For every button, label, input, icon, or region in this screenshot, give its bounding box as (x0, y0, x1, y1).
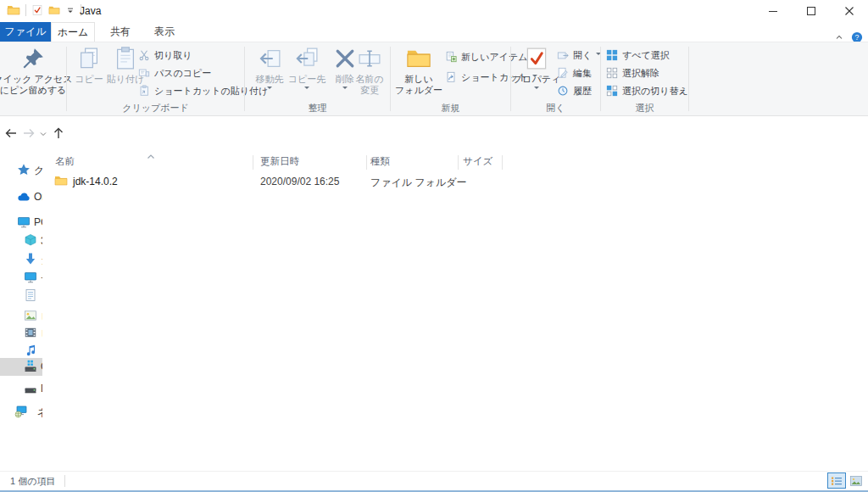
open-group-label: 開く (511, 102, 600, 115)
tab-home[interactable]: ホーム (51, 22, 95, 42)
edit-button[interactable]: 編集 (557, 67, 601, 79)
move-to-button[interactable]: 移動先 (252, 46, 287, 92)
tab-view[interactable]: 表示 (144, 22, 185, 42)
navigation-bar: › PC › OS (C:) › Program Files › Java › (0, 116, 868, 150)
sidebar-item-documents[interactable]: ドキュメント (0, 287, 42, 305)
sidebar-item-videos[interactable]: ビデオ (0, 324, 42, 342)
new-folder-button[interactable]: 新しい フォルダー (397, 46, 441, 96)
properties-button[interactable]: プロパティ (518, 46, 555, 92)
column-divider (366, 155, 367, 170)
history-label: 履歴 (573, 85, 592, 98)
new-folder-label-line1: 新しい (404, 74, 433, 85)
rename-icon (357, 46, 382, 71)
sidebar-item-desktop[interactable]: デスクトップ (0, 269, 42, 287)
thumbnails-view-button[interactable] (847, 472, 865, 489)
history-icon (557, 85, 569, 97)
forward-icon[interactable] (22, 126, 36, 140)
up-icon[interactable] (52, 126, 65, 140)
select-group-label: 選択 (601, 102, 688, 115)
select-none-button[interactable]: 選択解除 (606, 67, 688, 79)
picture-icon (24, 309, 37, 322)
sidebar-item-network[interactable]: ネットワーク (0, 403, 42, 421)
status-divider (64, 475, 65, 487)
select-all-icon (606, 49, 618, 61)
star-icon (17, 163, 31, 176)
document-icon (24, 288, 37, 302)
dropdown-caret-icon (342, 87, 348, 92)
details-view-button[interactable] (827, 472, 846, 489)
sidebar-item-music[interactable]: ミュージック (0, 342, 42, 360)
qat-customize-dropdown-icon[interactable] (65, 5, 75, 15)
tab-share[interactable]: 共有 (100, 22, 141, 42)
music-icon (24, 344, 37, 357)
scissors-icon (138, 49, 150, 61)
sidebar-item-3d-objects[interactable]: 3D オブジェクト (0, 232, 42, 249)
copy-path-label: パスのコピー (154, 67, 211, 80)
pin-to-quick-access-button[interactable]: クイック アクセス にピン留めする (2, 46, 64, 96)
move-to-icon (257, 46, 282, 71)
properties-label: プロパティ (513, 74, 560, 85)
sidebar-item-os-c[interactable]: OS (C:) (0, 358, 42, 376)
column-header-type[interactable]: 種類 (370, 155, 390, 168)
sidebar-item-pictures[interactable]: ピクチャ (0, 307, 42, 325)
new-folder-icon (406, 46, 431, 71)
group-open: プロパティ 開く 編集 履歴 開く (511, 42, 600, 115)
rename-button[interactable]: 名前の 変更 (350, 46, 389, 96)
sidebar-item-quick-access[interactable]: クイック アクセス (0, 161, 42, 179)
organize-group-label: 整理 (245, 102, 390, 115)
tab-file[interactable]: ファイル (0, 22, 51, 42)
pushpin-icon (20, 46, 46, 71)
column-header-modified[interactable]: 更新日時 (260, 155, 299, 168)
quick-access-toolbar (7, 3, 81, 17)
copy-to-label: コピー先 (288, 74, 326, 85)
column-divider (253, 155, 253, 170)
open-button[interactable]: 開く (557, 49, 601, 61)
column-header-name[interactable]: 名前 (55, 155, 75, 168)
edit-icon (557, 67, 569, 79)
back-icon[interactable] (4, 126, 18, 140)
video-icon (24, 326, 37, 339)
maximize-button[interactable] (792, 0, 830, 22)
open-label: 開く (573, 49, 592, 62)
title-bar: Java (0, 0, 868, 22)
dropdown-caret-icon (304, 87, 309, 92)
maximize-icon (804, 4, 818, 18)
qat-properties-icon[interactable] (31, 4, 43, 16)
group-new: 新しい フォルダー 新しいアイテム ショートカット 新規 (391, 42, 510, 115)
select-all-button[interactable]: すべて選択 (606, 49, 688, 61)
qat-new-folder-icon[interactable] (48, 4, 60, 16)
column-header-size[interactable]: サイズ (463, 155, 492, 168)
sidebar-item-pc[interactable]: PC (0, 214, 42, 232)
shortcut-icon (445, 71, 457, 83)
invert-selection-button[interactable]: 選択の切り替え (606, 85, 688, 97)
cloud-icon (17, 190, 31, 204)
sidebar-item-onedrive[interactable]: OneDrive (0, 188, 42, 206)
close-button[interactable] (830, 0, 868, 22)
file-type: ファイル フォルダー (370, 176, 467, 190)
os-drive-icon (24, 360, 37, 373)
rename-label-line2: 変更 (360, 85, 379, 96)
select-all-label: すべて選択 (622, 49, 670, 62)
rename-label-line1: 名前の (355, 74, 383, 85)
move-to-label: 移動先 (256, 74, 284, 85)
sidebar-item-data-d[interactable]: DATA (D:) (0, 380, 42, 398)
copy-label: コピー (75, 74, 103, 85)
copy-to-button[interactable]: コピー先 (287, 46, 326, 92)
properties-check-icon (524, 46, 549, 71)
dropdown-caret-icon (534, 87, 539, 92)
minimize-button[interactable] (754, 0, 792, 22)
cut-label: 切り取り (154, 49, 192, 62)
history-button[interactable]: 履歴 (557, 85, 601, 97)
explorer-window: Java ファイル ホーム 共有 表示 クイック アクセス にピン留めする (0, 0, 868, 492)
new-group-label: 新規 (391, 102, 510, 115)
copy-to-icon (294, 46, 320, 71)
select-none-label: 選択解除 (622, 67, 659, 80)
navigation-pane: クイック アクセス OneDrive PC 3D オブジェクト ダウンロード デ… (0, 150, 42, 472)
paste-icon (113, 46, 138, 71)
sidebar-item-downloads[interactable]: ダウンロード (0, 250, 42, 268)
pin-label-line1: クイック アクセス (0, 74, 73, 85)
recent-locations-icon[interactable] (38, 129, 48, 139)
copy-button[interactable]: コピー (72, 46, 106, 85)
file-list: 名前 更新日時 種類 サイズ jdk-14.0.2 2020/09/02 16:… (42, 150, 868, 472)
file-row-jdk[interactable]: jdk-14.0.2 2020/09/02 16:25 ファイル フォルダー (42, 173, 504, 190)
